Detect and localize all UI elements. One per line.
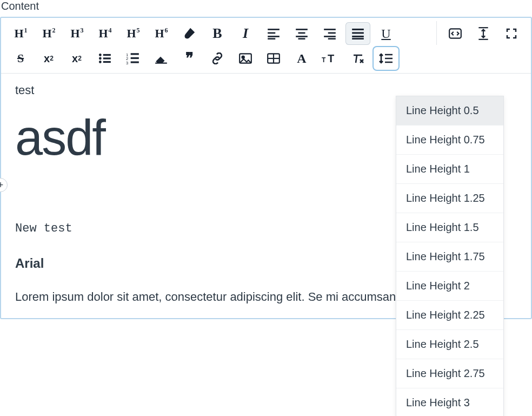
svg-point-20	[99, 57, 102, 60]
line-height-option[interactable]: Line Height 3	[396, 388, 503, 416]
svg-rect-22	[103, 54, 111, 56]
eraser-icon[interactable]	[149, 47, 174, 70]
align-left-icon[interactable]	[261, 22, 286, 45]
line-height-option[interactable]: Line Height 2.5	[396, 330, 503, 359]
subscript-button[interactable]: x2	[64, 47, 89, 70]
toolbar-row-2: S x2 x2 123 ❞ A TT	[6, 46, 526, 71]
align-center-icon[interactable]	[289, 22, 314, 45]
svg-point-33	[242, 56, 244, 58]
svg-point-19	[99, 54, 102, 56]
line-height-option[interactable]: Line Height 1.75	[396, 242, 503, 272]
table-icon[interactable]	[261, 47, 286, 70]
bold-button[interactable]: B	[205, 22, 230, 45]
heading1-index: 1	[24, 27, 28, 35]
svg-rect-30	[131, 61, 139, 63]
quote-icon[interactable]: ❞	[177, 47, 202, 70]
separator	[436, 21, 437, 45]
heading6-button[interactable]: H6	[149, 22, 174, 45]
image-icon[interactable]	[233, 47, 258, 70]
toolbar-row-1: H1 H2 H3 H4 H5 H6 B I U	[6, 21, 526, 46]
font-family-button[interactable]: A	[289, 47, 314, 70]
ordered-list-icon[interactable]: 123	[121, 47, 145, 70]
heading6-index: 6	[165, 27, 168, 35]
svg-text:T: T	[328, 52, 334, 64]
link-icon[interactable]	[205, 47, 230, 70]
strikethrough-button[interactable]: S	[8, 47, 33, 70]
heading2-button[interactable]: H2	[36, 22, 61, 45]
heading3-button[interactable]: H3	[64, 22, 89, 45]
editor: H1 H2 H3 H4 H5 H6 B I U	[0, 17, 532, 319]
svg-rect-29	[131, 57, 139, 59]
align-right-icon[interactable]	[317, 22, 342, 45]
heading2-index: 2	[52, 27, 56, 35]
line-height-option[interactable]: Line Height 2.25	[396, 301, 503, 330]
line-height-option[interactable]: Line Height 1.25	[396, 184, 503, 213]
svg-text:T: T	[322, 56, 326, 64]
svg-rect-23	[103, 57, 111, 59]
svg-rect-24	[103, 61, 111, 63]
line-height-button[interactable]	[374, 47, 398, 70]
font-size-icon[interactable]: TT	[317, 47, 342, 70]
heading3-index: 3	[81, 27, 84, 35]
heading5-index: 5	[137, 27, 140, 35]
line-height-option[interactable]: Line Height 0.75	[396, 126, 503, 155]
svg-rect-28	[131, 53, 139, 55]
heading4-index: 4	[109, 27, 112, 35]
heading4-button[interactable]: H4	[92, 22, 117, 45]
italic-button[interactable]: I	[233, 22, 258, 45]
svg-point-21	[99, 61, 102, 63]
line-height-option[interactable]: Line Height 1.5	[396, 213, 503, 242]
align-justify-icon[interactable]	[345, 22, 370, 45]
line-height-option[interactable]: Line Height 0.5	[396, 96, 503, 126]
svg-text:3: 3	[126, 61, 128, 64]
line-height-option[interactable]: Line Height 2.75	[396, 359, 503, 388]
superscript-button[interactable]: x2	[36, 47, 61, 70]
brush-icon[interactable]	[177, 22, 202, 45]
underline-button[interactable]: U	[374, 22, 398, 45]
vertical-expand-icon[interactable]	[471, 22, 496, 45]
code-view-icon[interactable]	[443, 22, 468, 45]
bullet-list-icon[interactable]	[92, 47, 117, 70]
heading1-button[interactable]: H1	[8, 22, 33, 45]
line-height-dropdown: Line Height 0.5 Line Height 0.75 Line He…	[396, 96, 504, 416]
fullscreen-icon[interactable]	[499, 22, 524, 45]
field-label: Content	[0, 0, 532, 15]
line-height-option[interactable]: Line Height 1	[396, 155, 503, 184]
svg-rect-31	[155, 63, 167, 64]
toolbar: H1 H2 H3 H4 H5 H6 B I U	[1, 18, 531, 74]
heading5-button[interactable]: H5	[121, 22, 145, 45]
clear-format-icon[interactable]	[345, 47, 370, 70]
line-height-option[interactable]: Line Height 2	[396, 272, 503, 301]
